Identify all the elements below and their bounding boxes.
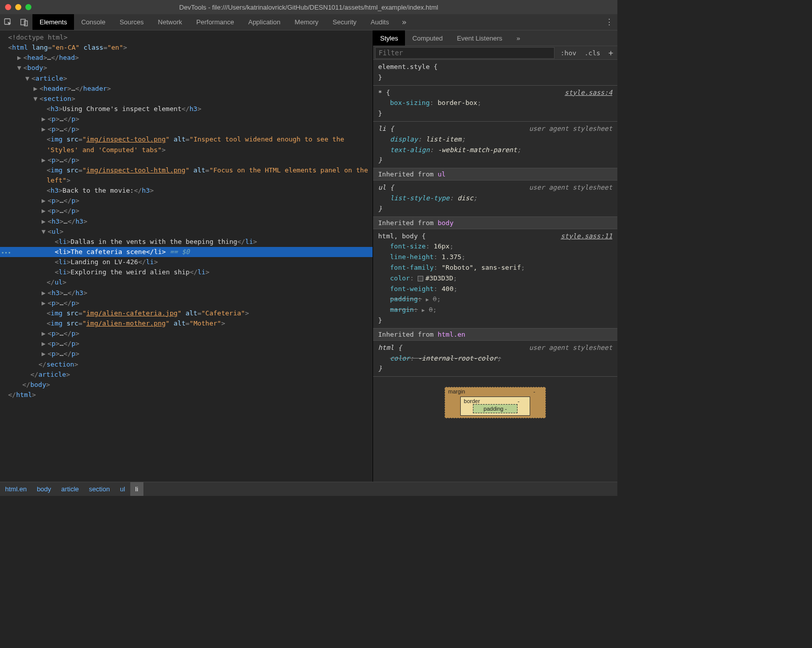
tab-security[interactable]: Security — [325, 14, 363, 30]
tab-sources[interactable]: Sources — [113, 14, 151, 30]
tab-audits[interactable]: Audits — [363, 14, 396, 30]
expand-shorthand-icon[interactable]: ▶ — [426, 297, 429, 302]
dom-line[interactable]: ▼<section> — [0, 94, 373, 104]
ua-stylesheet-label: user agent stylesheet — [529, 343, 612, 353]
tab-network[interactable]: Network — [151, 14, 190, 30]
dom-line[interactable]: ▶<p>…</p> — [0, 196, 373, 206]
rule-star[interactable]: style.sass:4 * { box-sizing: border-box;… — [373, 86, 617, 122]
kebab-menu-icon[interactable]: ⋮ — [601, 14, 617, 30]
dom-line[interactable]: </section> — [0, 359, 373, 370]
svg-rect-1 — [21, 19, 25, 25]
box-model[interactable]: margin - border - padding - — [373, 377, 617, 428]
dom-line[interactable]: ▶<h3>…</h3> — [0, 288, 373, 298]
dom-line[interactable]: ▼<article> — [0, 74, 373, 84]
dom-line[interactable]: </body> — [0, 380, 373, 390]
expand-shorthand-icon[interactable]: ▶ — [422, 307, 425, 313]
rule-html-ua[interactable]: user agent stylesheet html { color: -int… — [373, 341, 617, 377]
styles-tabs: Styles Computed Event Listeners » — [373, 30, 617, 46]
dom-line[interactable]: <!doctype html> — [0, 32, 373, 43]
source-link[interactable]: style.sass:11 — [561, 231, 612, 242]
more-tabs-icon[interactable]: » — [396, 14, 412, 30]
breadcrumb: html.en body article section ul li — [0, 482, 617, 496]
dom-line[interactable]: <h3>Back to the movie:</h3> — [0, 186, 373, 196]
dom-line-selected[interactable]: •••<li>The cafeteria scene</li> == $0 — [0, 247, 373, 257]
main-split: <!doctype html> <html lang="en-CA" class… — [0, 30, 617, 482]
new-style-rule-icon[interactable]: + — [604, 48, 617, 58]
filter-input[interactable] — [375, 47, 555, 59]
tab-console[interactable]: Console — [74, 14, 113, 30]
crumb-article[interactable]: article — [56, 482, 84, 496]
crumb-li[interactable]: li — [130, 482, 143, 496]
dom-line[interactable]: <img src="img/inspect-tool-html.png" alt… — [0, 165, 373, 186]
dom-line[interactable]: ▼<body> — [0, 63, 373, 73]
ua-stylesheet-label: user agent stylesheet — [529, 124, 612, 134]
inherit-header: Inherited from html.en — [373, 329, 617, 341]
dom-line[interactable]: ▶<h3>…</h3> — [0, 217, 373, 227]
minimize-window-button[interactable] — [15, 4, 21, 10]
ellipsis-icon: ••• — [1, 248, 11, 257]
elements-tree[interactable]: <!doctype html> <html lang="en-CA" class… — [0, 30, 373, 482]
rule-ul-ua[interactable]: user agent stylesheet ul { list-style-ty… — [373, 181, 617, 217]
crumb-body[interactable]: body — [32, 482, 56, 496]
crumb-html[interactable]: html.en — [0, 482, 32, 496]
dom-line[interactable]: ▶<p>…</p> — [0, 124, 373, 134]
inherit-header: Inherited from ul — [373, 168, 617, 181]
tab-application[interactable]: Application — [241, 14, 288, 30]
dom-line[interactable]: <html lang="en-CA" class="en"> — [0, 43, 373, 53]
dom-line[interactable]: ▶<p>…</p> — [0, 114, 373, 124]
cls-toggle[interactable]: .cls — [580, 49, 604, 57]
dom-line[interactable]: ▼<ul> — [0, 227, 373, 237]
ua-stylesheet-label: user agent stylesheet — [529, 183, 612, 193]
inherit-header: Inherited from body — [373, 217, 617, 229]
rule-li-ua[interactable]: user agent stylesheet li { display: list… — [373, 122, 617, 168]
dom-line[interactable]: ▶<p>…</p> — [0, 349, 373, 359]
dom-line[interactable]: ▶<p>…</p> — [0, 329, 373, 339]
tab-performance[interactable]: Performance — [189, 14, 241, 30]
tab-memory[interactable]: Memory — [287, 14, 325, 30]
dom-line[interactable]: <li>Landing on LV-426</li> — [0, 257, 373, 267]
main-toolbar: Elements Console Sources Network Perform… — [0, 14, 617, 30]
rule-html-body[interactable]: style.sass:11 html, body { font-size: 16… — [373, 229, 617, 329]
traffic-lights — [0, 4, 31, 10]
dom-line[interactable]: ▶<head>…</head> — [0, 53, 373, 63]
source-link[interactable]: style.sass:4 — [565, 88, 612, 98]
dom-line[interactable]: <li>Exploring the weird alien ship</li> — [0, 267, 373, 277]
crumb-ul[interactable]: ul — [115, 482, 130, 496]
dom-line[interactable]: ▶<p>…</p> — [0, 298, 373, 308]
filter-bar: :hov .cls + — [373, 46, 617, 60]
tab-styles[interactable]: Styles — [373, 30, 405, 46]
tab-elements[interactable]: Elements — [32, 14, 74, 30]
crumb-section[interactable]: section — [84, 482, 115, 496]
dom-line[interactable]: ▶<p>…</p> — [0, 155, 373, 165]
dom-line[interactable]: ▶<p>…</p> — [0, 206, 373, 216]
tab-computed[interactable]: Computed — [405, 30, 450, 46]
color-swatch-icon[interactable] — [418, 276, 423, 281]
rule-element-style[interactable]: element.style { } — [373, 60, 617, 86]
dom-line[interactable]: ▶<p>…</p> — [0, 339, 373, 349]
styles-panel: Styles Computed Event Listeners » :hov .… — [373, 30, 617, 482]
dom-line[interactable]: <img src="img/alien-cafeteria.jpg" alt="… — [0, 308, 373, 318]
titlebar: DevTools - file:///Users/katrinalovrick/… — [0, 0, 617, 14]
dom-line[interactable]: <li>Dallas in the vents with the beeping… — [0, 237, 373, 247]
window-title: DevTools - file:///Users/katrinalovrick/… — [0, 4, 617, 11]
tab-event-listeners[interactable]: Event Listeners — [450, 30, 509, 46]
dom-line[interactable]: </html> — [0, 390, 373, 400]
dom-line[interactable]: </article> — [0, 370, 373, 380]
inspect-element-icon[interactable] — [0, 14, 16, 30]
dom-line[interactable]: <img src="img/inspect-tool.png" alt="Ins… — [0, 134, 373, 155]
close-window-button[interactable] — [5, 4, 11, 10]
dom-line[interactable]: </ul> — [0, 277, 373, 287]
maximize-window-button[interactable] — [25, 4, 31, 10]
hov-toggle[interactable]: :hov — [557, 49, 580, 57]
device-toolbar-icon[interactable] — [16, 14, 32, 30]
dom-line[interactable]: <img src="img/alien-mother.png" alt="Mot… — [0, 318, 373, 329]
dom-line[interactable]: <h3>Using Chrome's inspect element</h3> — [0, 104, 373, 114]
dom-line[interactable]: ▶<header>…</header> — [0, 84, 373, 94]
more-tabs-icon[interactable]: » — [509, 30, 527, 46]
